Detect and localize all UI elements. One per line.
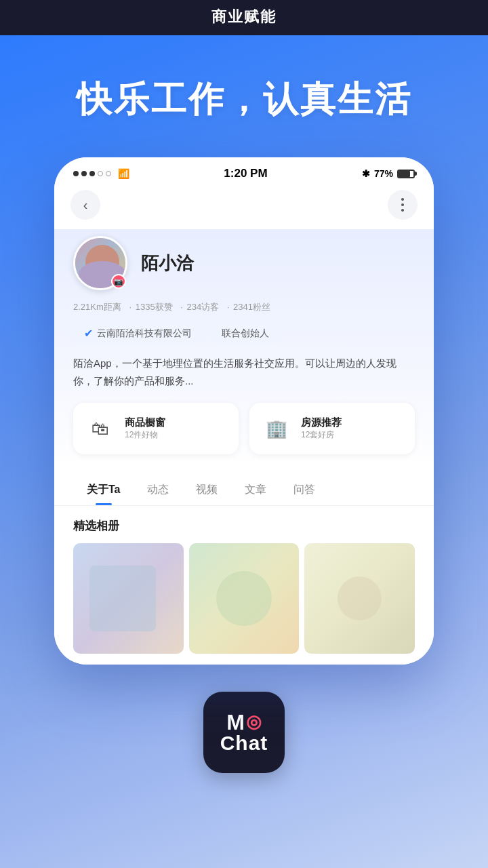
house-sub: 12套好房 bbox=[301, 429, 342, 441]
avatar-badge: 📷 bbox=[111, 274, 126, 289]
avatar-wrapper: 📷 bbox=[73, 236, 127, 290]
bluetooth-icon: ✱ bbox=[362, 168, 370, 179]
feature-cards: 🛍 商品橱窗 12件好物 🏢 房源推荐 12套好房 bbox=[73, 403, 415, 454]
wifi-icon: 📶 bbox=[118, 168, 129, 179]
profile-tabs: 关于Ta 动态 视频 文章 问答 bbox=[54, 472, 434, 506]
album-section: 精选相册 bbox=[54, 506, 434, 665]
profile-bio: 陌洽App，一个基于地理位置的生活服务社交应用。可以让周边的人发现你，了解你的产… bbox=[73, 355, 415, 389]
album-grid bbox=[73, 543, 415, 654]
profile-stats: 2.21Km距离 · 1335获赞 · 234访客 · 2341粉丝 bbox=[73, 301, 415, 313]
tab-qa[interactable]: 问答 bbox=[280, 472, 329, 505]
tab-about-label: 关于Ta bbox=[87, 484, 120, 495]
more-icon bbox=[401, 198, 404, 212]
stat-likes: 1335获赞 bbox=[136, 302, 173, 312]
top-bar: 商业赋能 bbox=[0, 0, 488, 35]
tab-dynamic-label: 动态 bbox=[147, 484, 169, 495]
app-logo[interactable]: M ◎ Chat bbox=[203, 692, 285, 773]
back-icon: ‹ bbox=[83, 197, 88, 213]
bottom-area: M ◎ Chat bbox=[0, 665, 488, 807]
logo-m: M bbox=[226, 711, 245, 733]
logo-accent-icon: ◎ bbox=[246, 711, 262, 732]
album-item-2[interactable] bbox=[189, 543, 300, 654]
battery-area: ✱ 77% bbox=[362, 168, 415, 179]
signal-dot-5 bbox=[106, 171, 111, 176]
tab-about[interactable]: 关于Ta bbox=[73, 472, 134, 505]
role-tag[interactable]: 联合创始人 bbox=[211, 323, 280, 344]
status-time: 1:20 PM bbox=[224, 167, 267, 180]
stat-visitors: 234访客 bbox=[186, 302, 219, 312]
profile-name: 陌小洽 bbox=[141, 252, 194, 275]
profile-top: 📷 陌小洽 bbox=[73, 236, 415, 290]
shop-info: 商品橱窗 12件好物 bbox=[125, 416, 165, 441]
shop-sub: 12件好物 bbox=[125, 429, 165, 441]
back-button[interactable]: ‹ bbox=[70, 190, 100, 220]
more-button[interactable] bbox=[388, 190, 418, 220]
separator-3: · bbox=[227, 302, 230, 312]
camera-icon: 📷 bbox=[114, 277, 123, 286]
signal-area: 📶 bbox=[73, 168, 129, 179]
signal-dot-3 bbox=[89, 171, 95, 176]
battery-percent: 77% bbox=[374, 168, 393, 179]
stat-followers: 2341粉丝 bbox=[233, 302, 270, 312]
separator-1: · bbox=[129, 302, 131, 312]
status-bar: 📶 1:20 PM ✱ 77% bbox=[54, 157, 434, 184]
shop-icon: 🛍 bbox=[85, 414, 115, 443]
house-icon: 🏢 bbox=[262, 414, 291, 443]
phone-wrapper: 📶 1:20 PM ✱ 77% ‹ bbox=[0, 157, 488, 665]
album-photo-2 bbox=[189, 543, 300, 654]
house-card[interactable]: 🏢 房源推荐 12套好房 bbox=[249, 403, 415, 454]
verified-icon: ✔ bbox=[84, 327, 93, 340]
separator-2: · bbox=[180, 302, 183, 312]
company-tag[interactable]: ✔ 云南陌洽科技有限公司 bbox=[73, 323, 203, 344]
battery-icon bbox=[397, 170, 415, 178]
tab-video-label: 视频 bbox=[196, 484, 218, 495]
house-info: 房源推荐 12套好房 bbox=[301, 416, 342, 441]
signal-dot-4 bbox=[98, 171, 103, 176]
album-photo-3 bbox=[304, 543, 415, 654]
shop-card[interactable]: 🛍 商品橱窗 12件好物 bbox=[73, 403, 239, 454]
app-nav: ‹ bbox=[54, 184, 434, 229]
shop-title: 商品橱窗 bbox=[125, 416, 165, 429]
company-name: 云南陌洽科技有限公司 bbox=[97, 328, 192, 340]
album-photo-1 bbox=[73, 543, 184, 654]
hero-title: 快乐工作，认真生活 bbox=[27, 76, 461, 123]
tab-qa-label: 问答 bbox=[293, 484, 315, 495]
phone-mockup: 📶 1:20 PM ✱ 77% ‹ bbox=[54, 157, 434, 665]
album-item-3[interactable] bbox=[304, 543, 415, 654]
tab-dynamic[interactable]: 动态 bbox=[134, 472, 182, 505]
tab-article[interactable]: 文章 bbox=[231, 472, 280, 505]
house-title: 房源推荐 bbox=[301, 416, 342, 429]
role-label: 联合创始人 bbox=[222, 328, 269, 340]
hero-section: 快乐工作，认真生活 bbox=[0, 35, 488, 157]
profile-tags: ✔ 云南陌洽科技有限公司 联合创始人 bbox=[73, 323, 415, 344]
signal-dot-1 bbox=[73, 171, 79, 176]
top-bar-title: 商业赋能 bbox=[211, 8, 277, 25]
logo-chat: Chat bbox=[220, 733, 268, 753]
album-title: 精选相册 bbox=[73, 518, 415, 534]
tab-video[interactable]: 视频 bbox=[182, 472, 231, 505]
album-item-1[interactable] bbox=[73, 543, 184, 654]
profile-header: 📷 陌小洽 2.21Km距离 · 1335获赞 · 234访客 · 2341粉丝… bbox=[54, 229, 434, 471]
tab-article-label: 文章 bbox=[245, 484, 266, 495]
signal-dot-2 bbox=[81, 171, 87, 176]
stat-distance: 2.21Km距离 bbox=[73, 302, 121, 312]
